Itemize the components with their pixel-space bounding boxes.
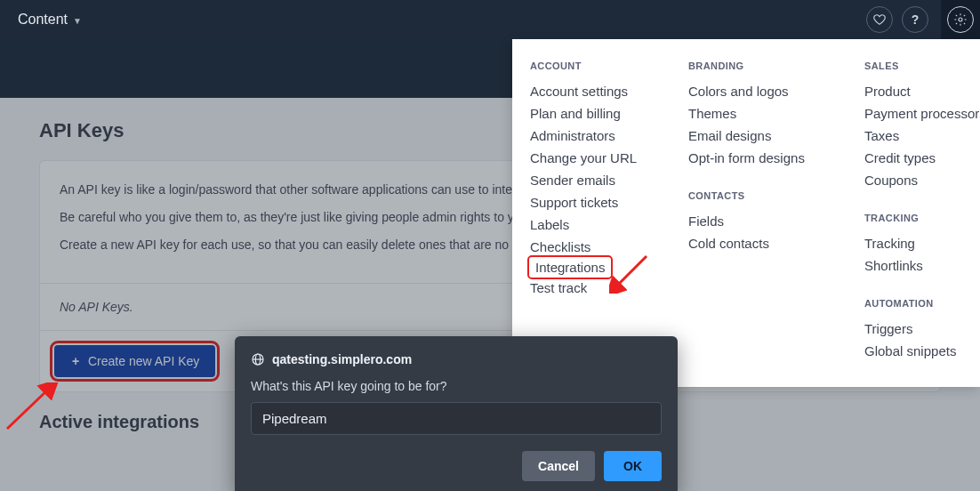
- dialog-host-text: qatesting.simplero.com: [272, 352, 412, 366]
- menu-heading-tracking: TRACKING: [864, 213, 980, 223]
- heart-icon: [872, 12, 887, 27]
- menu-global-snippets[interactable]: Global snippets: [864, 340, 980, 362]
- topbar: Content ▼ ?: [0, 0, 980, 39]
- menu-checklists[interactable]: Checklists: [530, 236, 663, 258]
- help-icon-button[interactable]: ?: [902, 6, 928, 33]
- menu-taxes[interactable]: Taxes: [864, 125, 980, 147]
- menu-heading-automation: AUTOMATION: [864, 298, 980, 309]
- settings-button-active[interactable]: [941, 0, 980, 39]
- menu-support-tickets[interactable]: Support tickets: [530, 191, 663, 213]
- dialog-host: qatesting.simplero.com: [251, 352, 662, 366]
- svg-point-0: [959, 18, 962, 21]
- menu-email-designs[interactable]: Email designs: [688, 125, 839, 147]
- menu-triggers[interactable]: Triggers: [864, 318, 980, 340]
- menu-integrations[interactable]: Integrations: [530, 258, 610, 277]
- menu-change-url[interactable]: Change your URL: [530, 147, 663, 169]
- topbar-actions: ?: [866, 0, 969, 39]
- nav-content-dropdown[interactable]: Content ▼: [18, 12, 82, 28]
- create-api-key-label: Create new API Key: [88, 354, 199, 368]
- menu-tracking[interactable]: Tracking: [864, 232, 980, 254]
- menu-credit-types[interactable]: Credit types: [864, 147, 980, 169]
- menu-administrators[interactable]: Administrators: [530, 125, 663, 147]
- heart-icon-button[interactable]: [866, 6, 893, 33]
- menu-cold-contacts[interactable]: Cold contacts: [688, 232, 839, 254]
- menu-heading-sales: SALES: [864, 60, 980, 71]
- menu-plan-billing[interactable]: Plan and billing: [530, 102, 663, 125]
- nav-label: Content: [18, 12, 68, 28]
- gear-icon: [953, 12, 968, 27]
- menu-heading-account: ACCOUNT: [530, 60, 663, 71]
- menu-themes[interactable]: Themes: [688, 102, 839, 125]
- menu-payment-processors[interactable]: Payment processors: [864, 102, 980, 125]
- menu-product[interactable]: Product: [864, 80, 980, 102]
- menu-fields[interactable]: Fields: [688, 210, 839, 232]
- menu-heading-contacts: CONTACTS: [688, 190, 839, 201]
- menu-account-settings[interactable]: Account settings: [530, 80, 663, 102]
- annotation-highlight-create: + Create new API Key: [54, 345, 215, 377]
- plus-icon: +: [70, 354, 81, 368]
- menu-optin-designs[interactable]: Opt-in form designs: [688, 147, 839, 169]
- menu-labels[interactable]: Labels: [530, 213, 663, 236]
- menu-sender-emails[interactable]: Sender emails: [530, 169, 663, 191]
- menu-shortlinks[interactable]: Shortlinks: [864, 254, 980, 277]
- dialog-label: What's this API key going to be for?: [251, 379, 662, 393]
- help-icon: ?: [912, 12, 920, 27]
- create-api-key-dialog: qatesting.simplero.com What's this API k…: [235, 336, 678, 491]
- cancel-button[interactable]: Cancel: [522, 451, 595, 481]
- api-key-name-input[interactable]: [251, 402, 662, 435]
- ok-button[interactable]: OK: [604, 451, 662, 481]
- menu-colors-logos[interactable]: Colors and logos: [688, 80, 839, 102]
- caret-down-icon: ▼: [73, 16, 82, 26]
- settings-mega-menu: ACCOUNT Account settings Plan and billin…: [512, 39, 980, 387]
- globe-icon: [251, 352, 265, 366]
- menu-heading-branding: BRANDING: [688, 60, 839, 71]
- menu-test-track[interactable]: Test track: [530, 277, 663, 299]
- create-api-key-button[interactable]: + Create new API Key: [54, 345, 215, 377]
- menu-coupons[interactable]: Coupons: [864, 169, 980, 191]
